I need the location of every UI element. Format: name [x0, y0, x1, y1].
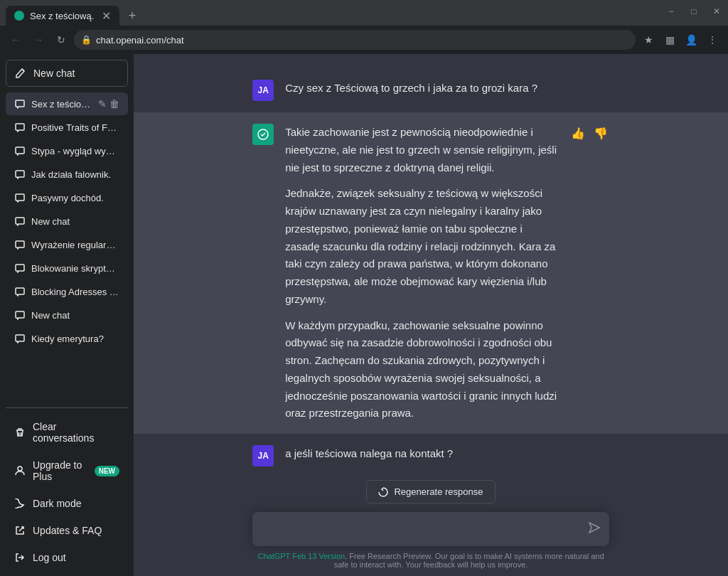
active-tab[interactable]: Sex z teściową. ✕ [6, 6, 119, 26]
chat-icon-5 [14, 192, 26, 203]
account-icon[interactable]: 👤 [681, 30, 701, 50]
back-button[interactable]: ← [6, 30, 26, 50]
assistant-para-1: Takie zachowanie jest z pewnością nieodp… [285, 124, 558, 176]
chat-item-kiedy[interactable]: Kiedy emerytura? [6, 327, 128, 350]
dark-mode-button[interactable]: Dark mode [6, 491, 128, 516]
message-row-assistant-1: Takie zachowanie jest z pewnością nieodp… [134, 112, 728, 434]
external-link-icon [14, 525, 26, 536]
new-badge: NEW [95, 466, 119, 476]
tab-title: Sex z teściową. [30, 11, 96, 21]
edit-icon [15, 68, 26, 79]
chat-item-text: Wyrażenie regularne dla blok... [31, 240, 119, 250]
chat-item-new-chat-1[interactable]: New chat [6, 210, 128, 233]
bookmark-icon[interactable]: ★ [638, 30, 658, 50]
chat-main: JA Czy sex z Teściową to grzech i jaka z… [134, 54, 728, 576]
trash-icon [14, 427, 26, 438]
forward-button[interactable]: → [28, 30, 48, 50]
browser-chrome: − □ ✕ Sex z teściową. ✕ + ← → ↻ 🔒 chat.o… [0, 0, 728, 54]
assistant-para-2: Jednakże, związek seksualny z teściową w… [285, 185, 558, 308]
user-avatar-2: JA [252, 445, 274, 466]
app-container: New chat Sex z teściową. ✎ 🗑 [0, 54, 728, 576]
logout-icon [14, 552, 26, 563]
chat-input[interactable] [264, 521, 574, 538]
sidebar: New chat Sex z teściową. ✎ 🗑 [0, 54, 134, 576]
chat-item-blocking[interactable]: Blocking Adresses with RegEx [6, 280, 128, 303]
chat-item-text: Blocking Adresses with RegEx [31, 287, 119, 297]
chat-item-positive-traits[interactable]: Positive Traits of Feminists [6, 116, 128, 139]
url-bar[interactable]: 🔒 chat.openai.com/chat [74, 30, 636, 50]
chat-item-text: Kiedy emerytura? [31, 334, 119, 344]
chat-item-new-chat-2[interactable]: New chat [6, 304, 128, 326]
chat-item-text: Jak działa falownik. [31, 169, 119, 180]
regenerate-label: Regenerate response [394, 486, 483, 497]
maximize-button[interactable]: □ [682, 0, 705, 23]
tab-favicon [14, 11, 24, 21]
sidebar-bottom: Clear conversations Upgrade to Plus NEW [6, 407, 128, 570]
chat-icon-8 [14, 262, 26, 274]
chat-item-text: Positive Traits of Feminists [31, 122, 119, 133]
message-content-user-2: a jeśli teściowa nalega na kontakt ? [285, 445, 609, 463]
footer-link[interactable]: ChatGPT Feb 13 Version [257, 552, 345, 560]
minimize-button[interactable]: − [660, 0, 682, 23]
menu-icon[interactable]: ⋮ [702, 30, 722, 50]
thumbs-down-button-1[interactable]: 👎 [592, 125, 609, 142]
chat-icon-10 [14, 309, 26, 321]
message-row-user-2: JA a jeśli teściowa nalega na kontakt ? [134, 434, 728, 471]
footer-text-content: . Free Research Preview. Our goal is to … [334, 552, 604, 569]
extension-icon[interactable]: ▦ [660, 30, 680, 50]
thumbs-up-button-1[interactable]: 👍 [569, 125, 587, 142]
message-text-user-2: a jeśli teściowa nalega na kontakt ? [285, 445, 609, 463]
log-out-button[interactable]: Log out [6, 545, 128, 570]
chat-item-text: New chat [31, 310, 119, 321]
user-avatar-1: JA [252, 80, 274, 101]
clear-conversations-label: Clear conversations [33, 421, 119, 444]
tab-close-icon[interactable]: ✕ [102, 9, 111, 23]
new-chat-button[interactable]: New chat [6, 60, 128, 87]
chat-item-blokowanie[interactable]: Blokowanie skryptu RegEx [6, 257, 128, 279]
chat-item-wyrazenie[interactable]: Wyrażenie regularne dla blok... [6, 233, 128, 256]
message-paragraph-2: a jeśli teściowa nalega na kontakt ? [285, 445, 609, 463]
svg-point-0 [18, 466, 22, 471]
delete-icon[interactable]: 🗑 [109, 98, 119, 110]
log-out-label: Log out [33, 552, 66, 563]
input-area: Regenerate response ChatGPT Feb 13 Versi… [134, 471, 728, 576]
chat-item-pasywny[interactable]: Pasywny dochód. [6, 186, 128, 209]
url-text: chat.openai.com/chat [96, 35, 628, 46]
moon-icon [14, 498, 26, 509]
chat-icon-4 [14, 169, 26, 180]
send-icon [588, 521, 601, 534]
updates-faq-button[interactable]: Updates & FAQ [6, 518, 128, 543]
new-tab-button[interactable]: + [122, 6, 142, 26]
chat-icon-3 [14, 145, 26, 156]
close-button[interactable]: ✕ [705, 0, 728, 23]
chat-item-actions: ✎ 🗑 [98, 98, 119, 110]
user-icon [14, 465, 26, 476]
chat-icon-2 [14, 122, 26, 133]
reload-button[interactable]: ↻ [51, 30, 71, 50]
chat-item-stypa[interactable]: Stypa - wygląd wystrzałowy! [6, 139, 128, 162]
browser-action-buttons: ★ ▦ 👤 ⋮ [638, 30, 722, 50]
assistant-para-3: W każdym przypadku, zachowanie seksualne… [285, 317, 558, 423]
message-content-user-1: Czy sex z Teściową to grzech i jaka za t… [285, 80, 609, 97]
regenerate-button[interactable]: Regenerate response [366, 480, 495, 503]
chat-item-sex-z-tesciowa[interactable]: Sex z teściową. ✎ 🗑 [6, 92, 128, 115]
send-button[interactable] [588, 521, 601, 538]
upgrade-label: Upgrade to Plus [33, 459, 87, 482]
tab-bar: − □ ✕ Sex z teściową. ✕ + [0, 0, 728, 26]
upgrade-to-plus-button[interactable]: Upgrade to Plus NEW [6, 452, 128, 489]
message-actions-1: 👍 👎 [569, 124, 609, 142]
input-box [252, 512, 609, 546]
chat-item-falownik[interactable]: Jak działa falownik. [6, 163, 128, 186]
chat-item-text: Sex z teściową. [31, 99, 92, 110]
clear-conversations-button[interactable]: Clear conversations [6, 414, 128, 451]
chat-item-text: Blokowanie skryptu RegEx [31, 263, 119, 274]
message-row-user-1: JA Czy sex z Teściową to grzech i jaka z… [134, 68, 728, 112]
message-paragraph: Czy sex z Teściową to grzech i jaka za t… [285, 80, 609, 97]
rename-icon[interactable]: ✎ [98, 98, 107, 110]
updates-faq-label: Updates & FAQ [33, 525, 102, 536]
ai-avatar-1 [252, 124, 274, 145]
chat-item-text: Stypa - wygląd wystrzałowy! [31, 146, 119, 156]
chat-messages: JA Czy sex z Teściową to grzech i jaka z… [134, 54, 728, 471]
browser-controls: ← → ↻ 🔒 chat.openai.com/chat ★ ▦ 👤 ⋮ [0, 26, 728, 54]
message-text-assistant-1: Takie zachowanie jest z pewnością nieodp… [285, 124, 558, 422]
